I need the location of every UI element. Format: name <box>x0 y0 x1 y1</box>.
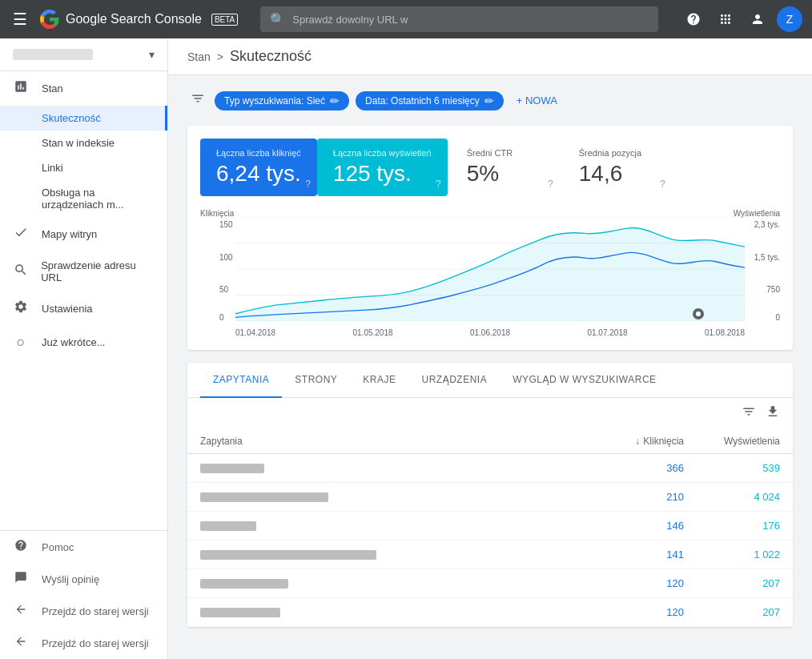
col-header-query: Zapytania <box>200 436 588 447</box>
row-query-2 <box>200 521 588 531</box>
sidebar-item-mapy-label: Mapy witryn <box>42 228 97 240</box>
sprawdzenie-icon <box>13 263 28 281</box>
filter-chip-data[interactable]: Data: Ostatnich 6 miesięcy ✏ <box>356 91 504 111</box>
metrics-cards: Łączna liczba kliknięć 6,24 tys. ? Łączn… <box>200 139 780 196</box>
topbar-icons: Z <box>681 6 802 32</box>
row-clicks-2: 146 <box>588 520 684 532</box>
metrics-section: Łączna liczba kliknięć 6,24 tys. ? Łączn… <box>187 126 793 350</box>
sidebar-przejdz-2[interactable]: Przejdź do starej wersji <box>0 627 167 659</box>
sidebar-sub-stan-indeksie[interactable]: Stan w indeksie <box>0 131 167 155</box>
filter-chip-data-edit[interactable]: ✏ <box>484 94 494 107</box>
filter-new-label: + NOWA <box>517 94 557 106</box>
metric-klikniecia[interactable]: Łączna liczba kliknięć 6,24 tys. ? <box>200 139 317 196</box>
row-query-4 <box>200 579 588 589</box>
metric-ctr-help[interactable]: ? <box>548 179 553 190</box>
metric-ctr[interactable]: Średni CTR 5% ? <box>448 139 560 196</box>
juz-wkrotce-icon: ○ <box>13 334 29 351</box>
tab-strony[interactable]: STRONY <box>282 363 350 398</box>
row-query-0 <box>200 464 588 473</box>
metric-wyswietlen-label: Łączna liczba wyświetleń <box>333 148 432 158</box>
query-bar-0 <box>200 464 264 473</box>
table-row[interactable]: 210 4 024 <box>187 483 793 512</box>
row-clicks-5: 120 <box>588 606 684 618</box>
tab-wyglad[interactable]: WYGLĄD W WYSZUKIWARCE <box>500 363 669 398</box>
metric-wyswietlen-help[interactable]: ? <box>436 179 441 190</box>
chart-y-label-left: Kliknięcia <box>200 209 234 218</box>
metric-pozycja[interactable]: Średnia pozycja 14,6 ? <box>560 139 672 196</box>
przejdz-1-icon <box>13 603 29 619</box>
metric-wyswietlen[interactable]: Łączna liczba wyświetleń 125 tys. ? <box>317 139 448 196</box>
breadcrumb-parent[interactable]: Stan <box>187 50 211 63</box>
sidebar-sub-skutecznosc[interactable]: Skuteczność <box>0 106 167 131</box>
row-clicks-4: 120 <box>588 577 684 589</box>
sidebar-wyslij-opinie[interactable]: Wyślij opinię <box>0 563 167 595</box>
query-bar-5 <box>200 608 280 617</box>
sidebar-sub-obsluga[interactable]: Obsługa na urządzeniach m... <box>0 180 167 217</box>
pomoc-icon <box>13 539 29 555</box>
filters-bar: Typ wyszukiwania: Sieć ✏ Data: Ostatnich… <box>187 88 793 113</box>
col-header-clicks[interactable]: ↓ Kliknięcia <box>588 436 684 447</box>
tab-kraje[interactable]: KRAJE <box>350 363 408 398</box>
chart-x-label-0: 01.04.2018 <box>235 328 275 337</box>
search-icon: 🔍 <box>270 12 286 27</box>
col-clicks-label: Kliknięcia <box>643 436 684 447</box>
filter-new-button[interactable]: + NOWA <box>510 91 564 110</box>
chart-y-50: 50 <box>219 285 228 294</box>
apps-button[interactable] <box>713 6 738 32</box>
table-tabs: ZAPYTANIA STRONY KRAJE URZĄDZENIA WYGLĄD… <box>187 363 793 398</box>
property-dropdown-icon[interactable]: ▾ <box>149 48 155 61</box>
ustawienia-icon <box>13 299 29 318</box>
topbar-search[interactable]: 🔍 <box>260 6 658 32</box>
sidebar-pomoc[interactable]: Pomoc <box>0 531 167 563</box>
chart-x-label-2: 01.06.2018 <box>470 328 510 337</box>
chart-y-right-mid: 1,5 tys. <box>754 253 780 262</box>
metric-klikniecia-help[interactable]: ? <box>305 179 311 190</box>
help-button[interactable] <box>681 6 706 32</box>
tab-zapytania[interactable]: ZAPYTANIA <box>200 363 282 398</box>
table-row[interactable]: 141 1 022 <box>187 540 793 569</box>
search-input[interactable] <box>292 14 649 26</box>
sidebar-item-stan[interactable]: Stan <box>0 71 167 106</box>
sidebar-item-juz-wkrotce[interactable]: ○ Już wkrótce... <box>0 326 167 359</box>
table-filter-icon[interactable] <box>742 404 756 423</box>
row-query-3 <box>200 550 588 560</box>
sidebar-item-ustawienia-label: Ustawienia <box>42 303 93 315</box>
property-name <box>13 49 93 60</box>
row-query-1 <box>200 492 588 502</box>
topbar-beta-badge: BETA <box>211 14 238 26</box>
table-row[interactable]: 146 176 <box>187 512 793 540</box>
col-header-impressions[interactable]: Wyświetlenia <box>684 436 780 447</box>
table-toolbar <box>187 398 793 429</box>
sidebar-item-mapy[interactable]: Mapy witryn <box>0 217 167 251</box>
metric-pozycja-help[interactable]: ? <box>660 179 665 190</box>
property-selector[interactable]: ▾ <box>0 38 167 71</box>
row-clicks-0: 366 <box>588 462 684 474</box>
sidebar-item-sprawdzenie[interactable]: Sprawdzenie adresu URL <box>0 251 167 291</box>
table-row[interactable]: 366 539 <box>187 454 793 483</box>
table-download-icon[interactable] <box>766 404 780 423</box>
tab-urzadzenia[interactable]: URZĄDZENIA <box>409 363 500 398</box>
mapy-icon <box>13 225 29 243</box>
chart-x-labels: 01.04.2018 01.05.2018 01.06.2018 01.07.2… <box>235 328 745 337</box>
metric-ctr-label: Średni CTR <box>467 148 544 158</box>
query-bar-2 <box>200 521 256 531</box>
row-impressions-4: 207 <box>684 577 780 589</box>
table-row[interactable]: 120 207 <box>187 598 793 627</box>
sidebar-item-ustawienia[interactable]: Ustawienia <box>0 291 167 326</box>
user-avatar[interactable]: Z <box>777 6 802 32</box>
filter-chip-typ-edit[interactable]: ✏ <box>330 94 340 107</box>
przejdz-2-icon <box>13 635 29 651</box>
topbar-logo-text: Google Search Console <box>66 12 202 26</box>
chart-svg <box>235 217 745 321</box>
table-header: Zapytania ↓ Kliknięcia Wyświetlenia <box>187 429 793 454</box>
sidebar-przejdz-1[interactable]: Przejdź do starej wersji <box>0 595 167 627</box>
sidebar-sub-linki[interactable]: Linki <box>0 155 167 180</box>
table-row[interactable]: 120 207 <box>187 569 793 598</box>
stan-icon <box>13 79 29 98</box>
sort-arrow-icon: ↓ <box>635 436 640 447</box>
filter-chip-typ[interactable]: Typ wyszukiwania: Sieć ✏ <box>215 91 349 111</box>
topbar: ☰ Google Search Console BETA 🔍 Z <box>0 0 812 38</box>
menu-icon[interactable]: ☰ <box>10 6 30 32</box>
account-button[interactable] <box>745 6 770 32</box>
filter-icon[interactable] <box>187 88 208 113</box>
